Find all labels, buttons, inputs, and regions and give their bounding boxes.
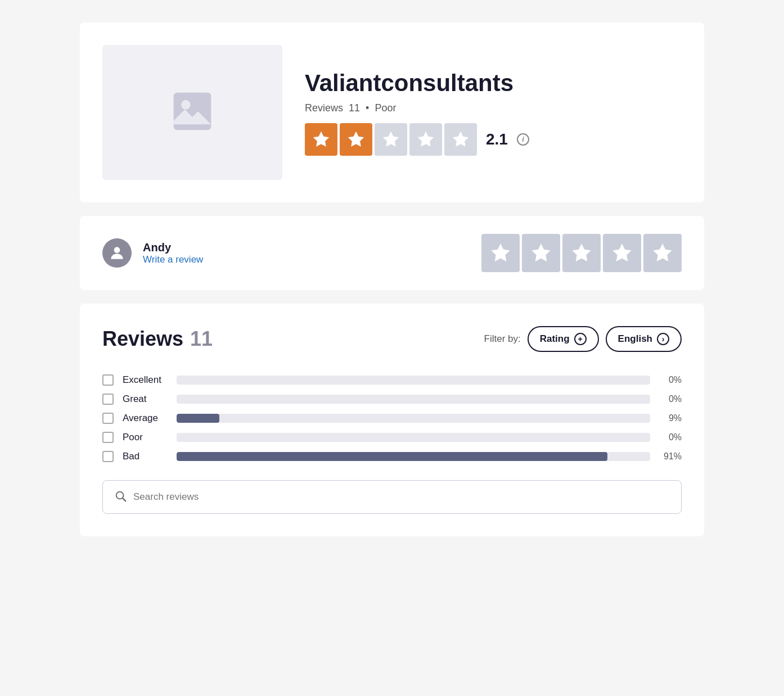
poor-checkbox[interactable] (102, 432, 114, 443)
reviews-title-text: Reviews (102, 327, 183, 351)
search-box[interactable] (102, 480, 682, 514)
write-review-link[interactable]: Write a review (143, 254, 203, 265)
bad-bar-container (177, 452, 650, 461)
rating-bar-excellent: Excellent 0% (102, 374, 682, 386)
bad-bar-fill (177, 452, 607, 461)
average-bar-container (177, 414, 650, 423)
reviews-total-count: 11 (190, 327, 213, 351)
average-percent: 9% (659, 413, 682, 423)
star-3 (375, 123, 407, 156)
language-filter-button[interactable]: English › (606, 326, 682, 352)
reviews-section: Reviews 11 Filter by: Rating + English › (80, 304, 704, 536)
rating-btn-label: Rating (540, 333, 570, 345)
bad-label: Bad (123, 451, 168, 462)
poor-bar-container (177, 433, 650, 442)
average-bar-fill (177, 414, 219, 423)
company-logo (102, 45, 282, 180)
rating-bars: Excellent 0% Great 0% Average (102, 374, 682, 462)
great-bar-container (177, 395, 650, 404)
filter-area: Filter by: Rating + English › (484, 326, 682, 352)
user-info: Andy Write a review (143, 241, 203, 265)
svg-point-2 (114, 247, 120, 253)
great-label: Great (123, 394, 168, 405)
average-label: Average (123, 413, 168, 424)
rating-row: 2.1 i (305, 123, 682, 156)
star-2 (340, 123, 372, 156)
user-avatar (102, 238, 132, 268)
star-5 (444, 123, 477, 156)
language-arrow-icon: › (657, 333, 669, 345)
star-1 (305, 123, 337, 156)
bad-percent: 91% (659, 451, 682, 462)
poor-label: Poor (123, 432, 168, 443)
review-star-1[interactable] (481, 234, 520, 272)
info-icon[interactable]: i (517, 133, 529, 146)
great-checkbox[interactable] (102, 394, 114, 405)
svg-line-4 (123, 498, 125, 501)
bad-checkbox[interactable] (102, 451, 114, 462)
excellent-bar-container (177, 376, 650, 385)
stars-display (305, 123, 477, 156)
excellent-label: Excellent (123, 374, 168, 386)
review-star-5[interactable] (643, 234, 682, 272)
rating-bar-great: Great 0% (102, 394, 682, 405)
username: Andy (143, 241, 203, 254)
poor-percent: 0% (659, 432, 682, 442)
reviews-count: 11 (349, 102, 360, 114)
filter-label: Filter by: (484, 333, 521, 345)
reviews-title: Reviews 11 (102, 327, 213, 351)
reviews-label: Reviews (305, 102, 343, 114)
review-star-3[interactable] (562, 234, 601, 272)
review-star-4[interactable] (603, 234, 641, 272)
review-star-2[interactable] (522, 234, 560, 272)
rating-bar-poor: Poor 0% (102, 432, 682, 443)
user-section: Andy Write a review (102, 238, 203, 268)
language-btn-label: English (618, 333, 652, 345)
company-info: Valiantconsultants Reviews 11 • Poor (305, 70, 682, 156)
star-4 (409, 123, 442, 156)
image-placeholder-icon (170, 89, 215, 136)
separator-dot: • (366, 102, 369, 114)
great-percent: 0% (659, 394, 682, 404)
excellent-percent: 0% (659, 375, 682, 385)
rating-plus-icon: + (574, 333, 587, 345)
svg-rect-0 (174, 93, 211, 130)
write-review-stars[interactable] (481, 234, 682, 272)
company-name: Valiantconsultants (305, 70, 682, 97)
svg-point-1 (181, 100, 191, 110)
average-checkbox[interactable] (102, 413, 114, 424)
rating-label: Poor (375, 102, 396, 114)
rating-filter-button[interactable]: Rating + (528, 326, 599, 352)
search-input[interactable] (133, 491, 670, 503)
rating-number: 2.1 (486, 130, 508, 148)
rating-bar-bad: Bad 91% (102, 451, 682, 462)
company-meta: Reviews 11 • Poor (305, 102, 682, 114)
search-icon (114, 490, 127, 504)
company-header: Valiantconsultants Reviews 11 • Poor (80, 22, 704, 202)
reviews-header: Reviews 11 Filter by: Rating + English › (102, 326, 682, 352)
rating-bar-average: Average 9% (102, 413, 682, 424)
excellent-checkbox[interactable] (102, 374, 114, 386)
write-review-card: Andy Write a review (80, 216, 704, 290)
